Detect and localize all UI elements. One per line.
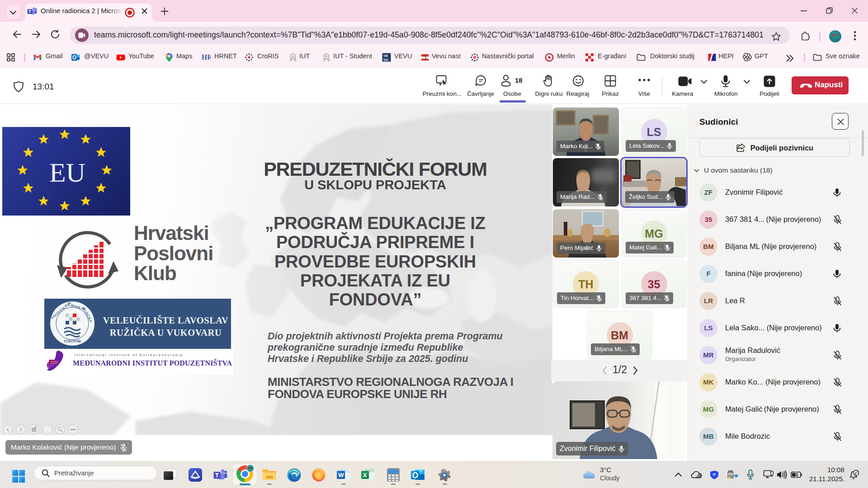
svg-text:VUKOVAR: VUKOVAR (64, 339, 81, 343)
svg-text:EU: EU (49, 158, 85, 188)
svg-text:z: z (857, 470, 858, 473)
svg-text:W: W (338, 472, 344, 479)
svg-text:HR: HR (202, 53, 211, 61)
svg-text:VU: VU (383, 58, 388, 62)
svg-text:X: X (363, 472, 367, 479)
